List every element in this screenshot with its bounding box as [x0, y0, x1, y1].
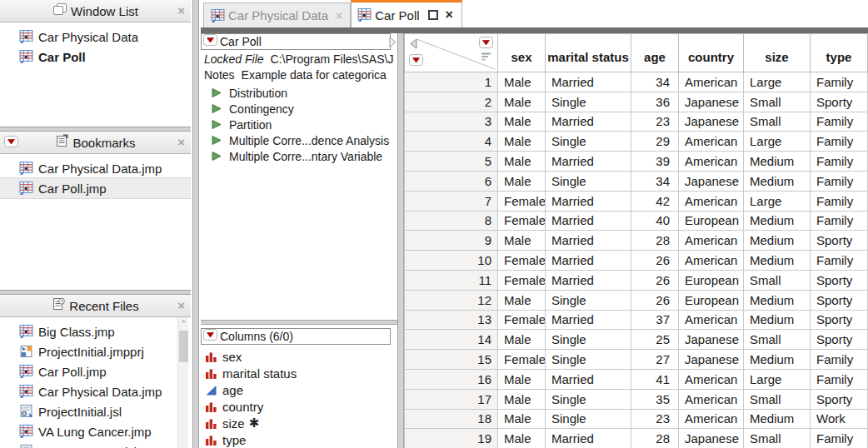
cell-marital-status[interactable]: Married	[546, 112, 631, 132]
rows-menu-red-triangle-icon[interactable]	[409, 54, 423, 68]
cell-country[interactable]: Japanese	[679, 112, 744, 132]
panel-collapse-arrow-icon[interactable]	[388, 36, 397, 52]
cell-sex[interactable]: Male	[498, 132, 546, 152]
row-number-cell[interactable]: 19	[405, 429, 498, 448]
nominal-column-icon[interactable]	[205, 351, 217, 363]
recent-files-scrollbar[interactable]: ⌃	[177, 317, 188, 448]
cell-type[interactable]: Sporty	[811, 389, 868, 409]
cell-age[interactable]: 40	[631, 211, 679, 231]
cell-age[interactable]: 23	[631, 409, 679, 429]
cell-size[interactable]: Small	[744, 270, 811, 290]
cell-country[interactable]: American	[679, 152, 744, 172]
cell-type[interactable]: Sporty	[811, 92, 868, 112]
column-list-item[interactable]: marital status	[201, 365, 397, 381]
row-number-cell[interactable]: 17	[405, 389, 498, 409]
saved-analysis-item[interactable]: Multiple Corre...ntary Variable	[201, 148, 397, 164]
row-number-cell[interactable]: 14	[405, 330, 498, 350]
cell-size[interactable]: Small	[744, 92, 811, 112]
cell-age[interactable]: 28	[631, 429, 679, 448]
cell-sex[interactable]: Male	[498, 231, 546, 251]
cell-size[interactable]: Medium	[744, 251, 811, 271]
red-triangle-menu-icon[interactable]	[203, 34, 217, 49]
cell-country[interactable]: American	[679, 310, 744, 330]
cell-age[interactable]: 39	[631, 152, 679, 172]
analysis-run-triangle-icon[interactable]	[211, 151, 222, 162]
cell-type[interactable]: Family	[811, 369, 868, 389]
cell-sex[interactable]: Male	[498, 429, 546, 448]
row-number-cell[interactable]: 12	[405, 290, 498, 310]
red-triangle-menu-icon[interactable]	[203, 329, 217, 344]
row-number-cell[interactable]: 1	[405, 72, 498, 92]
cell-type[interactable]: Family	[811, 350, 868, 370]
cell-age[interactable]: 42	[631, 191, 679, 211]
bookmark-item[interactable]: Car Physical Data.jmp	[0, 158, 191, 178]
row-number-cell[interactable]: 15	[405, 350, 498, 370]
cell-country[interactable]: Japanese	[679, 429, 744, 448]
cell-age[interactable]: 28	[631, 231, 679, 251]
column-list-item[interactable]: age	[201, 381, 397, 398]
row-number-cell[interactable]: 3	[405, 112, 498, 132]
cell-age[interactable]: 37	[631, 310, 679, 330]
grid-column-header-country[interactable]: country	[679, 34, 744, 72]
cell-marital-status[interactable]: Single	[546, 132, 631, 152]
scroll-up-arrow-icon[interactable]: ⌃	[179, 319, 188, 329]
cell-type[interactable]: Sporty	[811, 290, 868, 310]
cell-age[interactable]: 35	[631, 389, 679, 409]
cell-sex[interactable]: Male	[498, 330, 546, 350]
cell-country[interactable]: American	[679, 132, 744, 152]
cell-country[interactable]: Japanese	[679, 171, 744, 191]
cell-size[interactable]: Small	[744, 429, 811, 448]
row-number-cell[interactable]: 4	[405, 132, 498, 152]
close-icon[interactable]: ×	[177, 298, 185, 312]
cell-size[interactable]: Medium	[744, 171, 811, 191]
cell-sex[interactable]: Male	[498, 152, 546, 172]
row-number-cell[interactable]: 16	[405, 369, 498, 389]
grid-column-header-age[interactable]: age	[631, 34, 679, 72]
cell-type[interactable]: Family	[811, 72, 868, 92]
cell-country[interactable]: American	[679, 251, 744, 271]
cell-marital-status[interactable]: Single	[546, 409, 631, 429]
panel-splitter[interactable]	[397, 33, 404, 448]
bookmark-item[interactable]: Car Poll.jmp	[0, 178, 191, 198]
cell-age[interactable]: 26	[631, 270, 679, 290]
cell-marital-status[interactable]: Single	[546, 350, 631, 370]
column-filter-icon[interactable]	[481, 51, 491, 65]
cell-type[interactable]: Family	[811, 171, 868, 191]
cell-sex[interactable]: Female	[498, 310, 546, 330]
cell-age[interactable]: 29	[631, 132, 679, 152]
cell-type[interactable]: Family	[811, 251, 868, 271]
cell-type[interactable]: Family	[811, 191, 868, 211]
cell-sex[interactable]: Male	[498, 290, 546, 310]
cell-type[interactable]: Sporty	[811, 231, 868, 251]
notes-row[interactable]: NotesExample data for categorica	[201, 68, 397, 82]
cell-type[interactable]: Family	[811, 429, 868, 448]
row-number-cell[interactable]: 7	[405, 191, 498, 211]
cell-age[interactable]: 41	[631, 369, 679, 389]
cell-marital-status[interactable]: Single	[546, 290, 631, 310]
tab-car-poll[interactable]: Car Poll ×	[351, 0, 462, 27]
cell-type[interactable]: Sporty	[811, 310, 868, 330]
saved-analysis-item[interactable]: Partition	[201, 117, 397, 132]
columns-menu-red-triangle-icon[interactable]	[479, 37, 493, 51]
cell-sex[interactable]: Male	[498, 112, 546, 132]
continuous-column-icon[interactable]	[205, 384, 217, 396]
cell-marital-status[interactable]: Single	[546, 330, 631, 350]
cell-sex[interactable]: Male	[498, 92, 546, 112]
cell-country[interactable]: American	[679, 231, 744, 251]
cell-sex[interactable]: Female	[498, 270, 546, 290]
cell-marital-status[interactable]: Married	[546, 429, 631, 448]
panel-divider[interactable]	[201, 320, 397, 325]
cell-country[interactable]: Japanese	[679, 330, 744, 350]
row-number-cell[interactable]: 11	[405, 270, 498, 290]
cell-sex[interactable]: Female	[498, 191, 546, 211]
window-list-item[interactable]: Car Physical Data	[0, 27, 191, 47]
cell-marital-status[interactable]: Married	[546, 231, 631, 251]
recent-file-item[interactable]: VALungCancer.jsl	[0, 441, 177, 448]
cell-country[interactable]: European	[679, 290, 744, 310]
cell-size[interactable]: Small	[744, 112, 811, 132]
recent-file-item[interactable]: VA Lung Cancer.jmp	[0, 421, 177, 441]
cell-country[interactable]: European	[679, 270, 744, 290]
close-icon[interactable]: ×	[177, 3, 185, 17]
cell-country[interactable]: American	[679, 72, 744, 92]
maximize-icon[interactable]	[428, 10, 438, 20]
